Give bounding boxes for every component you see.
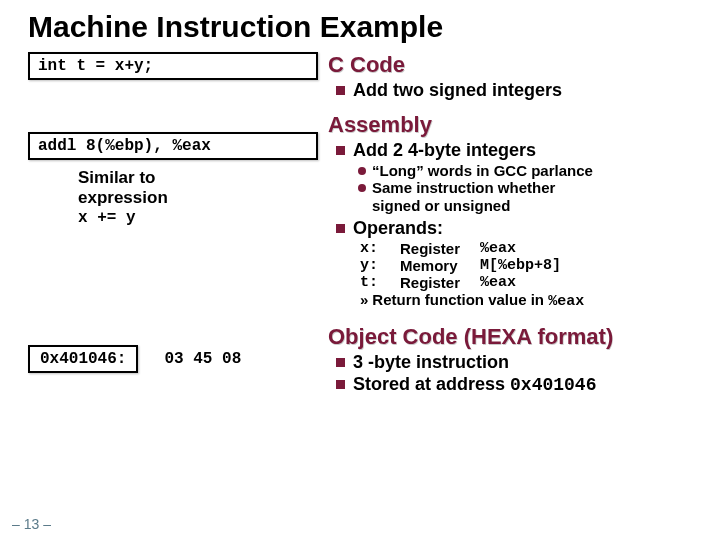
slide-title: Machine Instruction Example: [28, 10, 692, 44]
object-code-bytes: 03 45 08: [164, 345, 241, 373]
square-bullet-icon: [336, 86, 345, 95]
operand-row: x: Register %eax: [360, 240, 692, 257]
operand-row: y: Memory M[%ebp+8]: [360, 257, 692, 274]
note-line1: Similar to: [78, 168, 155, 187]
object-code-row: 0x401046: 03 45 08: [28, 345, 318, 373]
operand-loc: %eax: [480, 274, 516, 291]
heading-assembly: Assembly: [328, 112, 692, 138]
right-column: C Code Add two signed integers Assembly …: [328, 52, 692, 396]
asm-sub-1: “Long” words in GCC parlance: [372, 162, 593, 179]
operand-name: y:: [360, 257, 400, 274]
operand-kind: Register: [400, 240, 480, 257]
square-bullet-icon: [336, 358, 345, 367]
note-line3: x += y: [78, 209, 136, 227]
obj-bullet-1: 3 -byte instruction: [353, 352, 509, 373]
operand-kind: Memory: [400, 257, 480, 274]
obj-bullet-2-addr: 0x401046: [510, 375, 596, 395]
obj-bullet-2: Stored at address 0x401046: [353, 374, 596, 395]
asm-bullet-2: Operands:: [353, 218, 443, 239]
operand-name: t:: [360, 274, 400, 291]
page-number: – 13 –: [12, 516, 51, 532]
square-bullet-icon: [336, 146, 345, 155]
c-code-bullet: Add two signed integers: [353, 80, 562, 101]
note-block: Similar to expression x += y: [78, 168, 318, 227]
operand-loc: M[%ebp+8]: [480, 257, 561, 274]
operand-grid: x: Register %eax y: Memory M[%ebp+8] t: …: [360, 240, 692, 291]
asm-sub-2: Same instruction whether signed or unsig…: [372, 179, 555, 214]
square-bullet-icon: [336, 380, 345, 389]
note-line2: expression: [78, 188, 168, 207]
operand-loc: %eax: [480, 240, 516, 257]
asm-bullet-1: Add 2 4-byte integers: [353, 140, 536, 161]
asm-sub-2a: Same instruction whether: [372, 179, 555, 196]
heading-c-code: C Code: [328, 52, 692, 78]
assembly-code-box: addl 8(%ebp), %eax: [28, 132, 318, 160]
square-bullet-icon: [336, 224, 345, 233]
return-register: %eax: [548, 293, 584, 310]
obj-bullet-2-text: Stored at address: [353, 374, 510, 394]
circle-bullet-icon: [358, 167, 366, 175]
left-column: int t = x+y; addl 8(%ebp), %eax Similar …: [28, 52, 318, 396]
return-line: »Return function value in %eax: [360, 291, 692, 310]
operand-row: t: Register %eax: [360, 274, 692, 291]
asm-sub-2b: signed or unsigned: [372, 197, 510, 214]
c-code-box: int t = x+y;: [28, 52, 318, 80]
heading-object-code: Object Code (HEXA format): [328, 324, 692, 350]
return-text: Return function value in: [372, 291, 548, 308]
object-code-address-box: 0x401046:: [28, 345, 138, 373]
raquo-icon: »: [360, 291, 368, 308]
operand-kind: Register: [400, 274, 480, 291]
circle-bullet-icon: [358, 184, 366, 192]
operand-name: x:: [360, 240, 400, 257]
